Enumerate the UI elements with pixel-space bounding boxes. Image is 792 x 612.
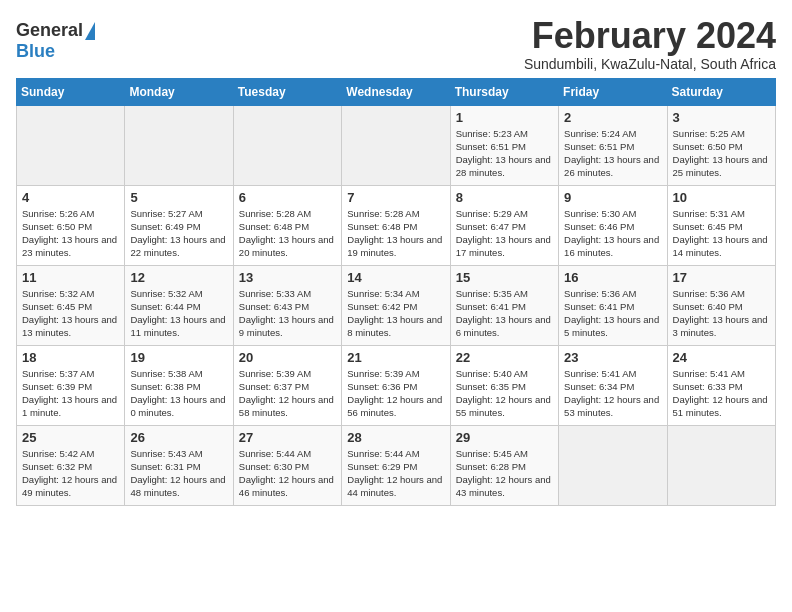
day-info: Sunrise: 5:23 AM Sunset: 6:51 PM Dayligh… xyxy=(456,127,553,180)
calendar-cell: 24Sunrise: 5:41 AM Sunset: 6:33 PM Dayli… xyxy=(667,345,775,425)
day-number: 18 xyxy=(22,350,119,365)
calendar-cell: 25Sunrise: 5:42 AM Sunset: 6:32 PM Dayli… xyxy=(17,425,125,505)
day-header-tuesday: Tuesday xyxy=(233,78,341,105)
day-number: 25 xyxy=(22,430,119,445)
day-number: 5 xyxy=(130,190,227,205)
day-number: 6 xyxy=(239,190,336,205)
day-info: Sunrise: 5:35 AM Sunset: 6:41 PM Dayligh… xyxy=(456,287,553,340)
day-info: Sunrise: 5:37 AM Sunset: 6:39 PM Dayligh… xyxy=(22,367,119,420)
day-info: Sunrise: 5:25 AM Sunset: 6:50 PM Dayligh… xyxy=(673,127,770,180)
day-number: 23 xyxy=(564,350,661,365)
day-number: 28 xyxy=(347,430,444,445)
calendar-cell: 19Sunrise: 5:38 AM Sunset: 6:38 PM Dayli… xyxy=(125,345,233,425)
day-number: 24 xyxy=(673,350,770,365)
day-number: 9 xyxy=(564,190,661,205)
day-info: Sunrise: 5:26 AM Sunset: 6:50 PM Dayligh… xyxy=(22,207,119,260)
day-info: Sunrise: 5:36 AM Sunset: 6:40 PM Dayligh… xyxy=(673,287,770,340)
day-number: 1 xyxy=(456,110,553,125)
day-number: 22 xyxy=(456,350,553,365)
day-info: Sunrise: 5:39 AM Sunset: 6:36 PM Dayligh… xyxy=(347,367,444,420)
day-header-sunday: Sunday xyxy=(17,78,125,105)
calendar-cell: 20Sunrise: 5:39 AM Sunset: 6:37 PM Dayli… xyxy=(233,345,341,425)
calendar-cell: 15Sunrise: 5:35 AM Sunset: 6:41 PM Dayli… xyxy=(450,265,558,345)
day-info: Sunrise: 5:31 AM Sunset: 6:45 PM Dayligh… xyxy=(673,207,770,260)
calendar-cell: 2Sunrise: 5:24 AM Sunset: 6:51 PM Daylig… xyxy=(559,105,667,185)
day-number: 4 xyxy=(22,190,119,205)
calendar-cell: 7Sunrise: 5:28 AM Sunset: 6:48 PM Daylig… xyxy=(342,185,450,265)
day-number: 26 xyxy=(130,430,227,445)
location-subtitle: Sundumbili, KwaZulu-Natal, South Africa xyxy=(524,56,776,72)
logo-blue-text: Blue xyxy=(16,41,55,62)
day-info: Sunrise: 5:33 AM Sunset: 6:43 PM Dayligh… xyxy=(239,287,336,340)
day-number: 12 xyxy=(130,270,227,285)
day-header-wednesday: Wednesday xyxy=(342,78,450,105)
day-number: 14 xyxy=(347,270,444,285)
page-header: General Blue February 2024 Sundumbili, K… xyxy=(16,16,776,72)
day-info: Sunrise: 5:44 AM Sunset: 6:30 PM Dayligh… xyxy=(239,447,336,500)
day-header-friday: Friday xyxy=(559,78,667,105)
day-info: Sunrise: 5:27 AM Sunset: 6:49 PM Dayligh… xyxy=(130,207,227,260)
calendar-cell: 9Sunrise: 5:30 AM Sunset: 6:46 PM Daylig… xyxy=(559,185,667,265)
day-number: 7 xyxy=(347,190,444,205)
day-info: Sunrise: 5:32 AM Sunset: 6:45 PM Dayligh… xyxy=(22,287,119,340)
day-number: 21 xyxy=(347,350,444,365)
calendar-cell: 16Sunrise: 5:36 AM Sunset: 6:41 PM Dayli… xyxy=(559,265,667,345)
day-info: Sunrise: 5:36 AM Sunset: 6:41 PM Dayligh… xyxy=(564,287,661,340)
calendar-cell xyxy=(125,105,233,185)
day-info: Sunrise: 5:34 AM Sunset: 6:42 PM Dayligh… xyxy=(347,287,444,340)
calendar-cell: 11Sunrise: 5:32 AM Sunset: 6:45 PM Dayli… xyxy=(17,265,125,345)
week-row-1: 1Sunrise: 5:23 AM Sunset: 6:51 PM Daylig… xyxy=(17,105,776,185)
calendar-cell xyxy=(667,425,775,505)
calendar-cell xyxy=(559,425,667,505)
day-header-saturday: Saturday xyxy=(667,78,775,105)
week-row-5: 25Sunrise: 5:42 AM Sunset: 6:32 PM Dayli… xyxy=(17,425,776,505)
day-number: 3 xyxy=(673,110,770,125)
logo-triangle-icon xyxy=(85,22,95,40)
week-row-3: 11Sunrise: 5:32 AM Sunset: 6:45 PM Dayli… xyxy=(17,265,776,345)
calendar-cell: 28Sunrise: 5:44 AM Sunset: 6:29 PM Dayli… xyxy=(342,425,450,505)
calendar-cell: 26Sunrise: 5:43 AM Sunset: 6:31 PM Dayli… xyxy=(125,425,233,505)
day-info: Sunrise: 5:24 AM Sunset: 6:51 PM Dayligh… xyxy=(564,127,661,180)
day-header-monday: Monday xyxy=(125,78,233,105)
calendar-cell: 8Sunrise: 5:29 AM Sunset: 6:47 PM Daylig… xyxy=(450,185,558,265)
day-info: Sunrise: 5:45 AM Sunset: 6:28 PM Dayligh… xyxy=(456,447,553,500)
calendar-cell: 14Sunrise: 5:34 AM Sunset: 6:42 PM Dayli… xyxy=(342,265,450,345)
month-title: February 2024 xyxy=(524,16,776,56)
days-of-week-row: SundayMondayTuesdayWednesdayThursdayFrid… xyxy=(17,78,776,105)
calendar-cell xyxy=(17,105,125,185)
calendar-table: SundayMondayTuesdayWednesdayThursdayFrid… xyxy=(16,78,776,506)
day-info: Sunrise: 5:44 AM Sunset: 6:29 PM Dayligh… xyxy=(347,447,444,500)
calendar-cell: 17Sunrise: 5:36 AM Sunset: 6:40 PM Dayli… xyxy=(667,265,775,345)
week-row-2: 4Sunrise: 5:26 AM Sunset: 6:50 PM Daylig… xyxy=(17,185,776,265)
day-info: Sunrise: 5:41 AM Sunset: 6:34 PM Dayligh… xyxy=(564,367,661,420)
calendar-cell: 4Sunrise: 5:26 AM Sunset: 6:50 PM Daylig… xyxy=(17,185,125,265)
logo: General Blue xyxy=(16,20,95,62)
day-info: Sunrise: 5:29 AM Sunset: 6:47 PM Dayligh… xyxy=(456,207,553,260)
day-number: 16 xyxy=(564,270,661,285)
week-row-4: 18Sunrise: 5:37 AM Sunset: 6:39 PM Dayli… xyxy=(17,345,776,425)
calendar-cell: 23Sunrise: 5:41 AM Sunset: 6:34 PM Dayli… xyxy=(559,345,667,425)
day-info: Sunrise: 5:39 AM Sunset: 6:37 PM Dayligh… xyxy=(239,367,336,420)
day-number: 11 xyxy=(22,270,119,285)
day-number: 10 xyxy=(673,190,770,205)
day-info: Sunrise: 5:43 AM Sunset: 6:31 PM Dayligh… xyxy=(130,447,227,500)
calendar-cell: 1Sunrise: 5:23 AM Sunset: 6:51 PM Daylig… xyxy=(450,105,558,185)
day-info: Sunrise: 5:32 AM Sunset: 6:44 PM Dayligh… xyxy=(130,287,227,340)
day-number: 8 xyxy=(456,190,553,205)
day-number: 27 xyxy=(239,430,336,445)
calendar-cell: 12Sunrise: 5:32 AM Sunset: 6:44 PM Dayli… xyxy=(125,265,233,345)
day-info: Sunrise: 5:30 AM Sunset: 6:46 PM Dayligh… xyxy=(564,207,661,260)
day-number: 29 xyxy=(456,430,553,445)
title-area: February 2024 Sundumbili, KwaZulu-Natal,… xyxy=(524,16,776,72)
calendar-cell: 22Sunrise: 5:40 AM Sunset: 6:35 PM Dayli… xyxy=(450,345,558,425)
logo-general-text: General xyxy=(16,20,83,41)
calendar-cell xyxy=(233,105,341,185)
calendar-cell: 6Sunrise: 5:28 AM Sunset: 6:48 PM Daylig… xyxy=(233,185,341,265)
day-number: 15 xyxy=(456,270,553,285)
day-number: 20 xyxy=(239,350,336,365)
calendar-cell: 10Sunrise: 5:31 AM Sunset: 6:45 PM Dayli… xyxy=(667,185,775,265)
day-info: Sunrise: 5:28 AM Sunset: 6:48 PM Dayligh… xyxy=(347,207,444,260)
calendar-body: 1Sunrise: 5:23 AM Sunset: 6:51 PM Daylig… xyxy=(17,105,776,505)
day-number: 19 xyxy=(130,350,227,365)
calendar-cell: 18Sunrise: 5:37 AM Sunset: 6:39 PM Dayli… xyxy=(17,345,125,425)
